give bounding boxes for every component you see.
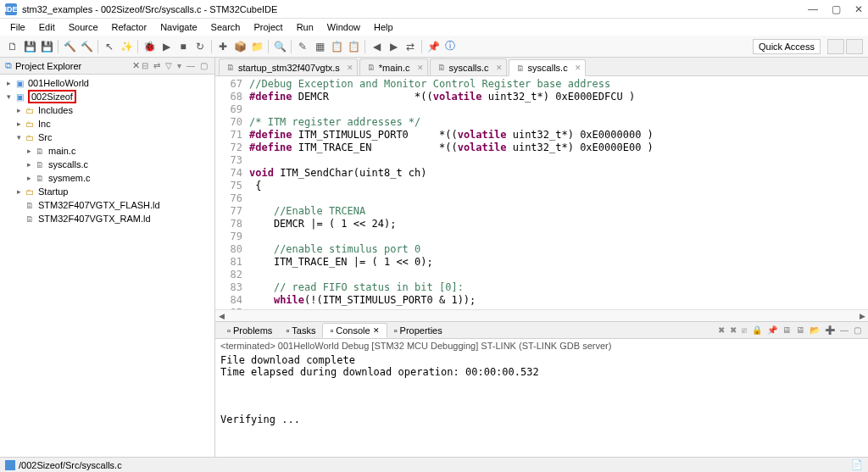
c-perspective-icon[interactable]	[846, 39, 863, 54]
search-icon[interactable]: 🔍	[272, 39, 287, 54]
close-icon[interactable]: ✕	[417, 64, 424, 72]
wand-icon[interactable]: ✨	[119, 39, 134, 54]
menu-refactor[interactable]: Refactor	[105, 20, 154, 34]
tree-toggle-icon[interactable]: ▸	[24, 147, 34, 155]
filter-icon[interactable]: ▽	[164, 61, 174, 70]
tree-item[interactable]: 🗎STM32F407VGTX_RAM.ld	[0, 212, 214, 225]
close-icon[interactable]: ✕	[132, 60, 140, 71]
pin-console-icon[interactable]: 📌	[765, 325, 779, 335]
new-icon[interactable]: 🗋	[5, 39, 20, 54]
save-icon[interactable]: 💾	[22, 39, 37, 54]
collapse-all-icon[interactable]: ⊟	[140, 61, 150, 70]
menu-edit[interactable]: Edit	[32, 20, 62, 34]
info-icon[interactable]: ⓘ	[442, 39, 458, 54]
clear-console-icon[interactable]: ⎚	[740, 325, 748, 335]
tree-toggle-icon[interactable]: ▸	[24, 174, 34, 182]
tree-toggle-icon[interactable]: ▸	[14, 119, 24, 128]
tree-item[interactable]: 🗎STM32F407VGTX_FLASH.ld	[0, 198, 214, 212]
pointer-icon[interactable]: ↖	[102, 39, 117, 54]
code-content[interactable]: //Debug Exception and Monitor Control Re…	[249, 76, 868, 309]
open-console-icon[interactable]: 📂	[808, 325, 821, 335]
scroll-left-icon[interactable]: ◀	[215, 310, 227, 322]
minimize-view-icon[interactable]: —	[185, 61, 197, 70]
maximize-button[interactable]: ▢	[832, 3, 841, 15]
folder-icon[interactable]: 📁	[249, 39, 264, 54]
pin-icon[interactable]: 📌	[426, 39, 441, 54]
close-icon[interactable]: ✕	[575, 64, 581, 72]
menu-icon[interactable]: ▾	[175, 61, 183, 70]
close-icon[interactable]: ✕	[347, 64, 353, 72]
tree-item[interactable]: ▸🗎sysmem.c	[0, 171, 214, 185]
tree-item[interactable]: ▾🗀Src	[0, 130, 214, 144]
menu-navigate[interactable]: Navigate	[153, 20, 203, 34]
close-button[interactable]: ✕	[854, 3, 863, 15]
remove-icon[interactable]: ✖	[728, 325, 738, 335]
minimize-pane-icon[interactable]: —	[838, 325, 850, 335]
tab-label: syscalls.c	[449, 63, 489, 73]
stop-icon[interactable]: ■	[175, 39, 191, 54]
new-console-icon[interactable]: ➕	[823, 325, 837, 335]
menu-run[interactable]: Run	[290, 20, 320, 34]
minimize-button[interactable]: —	[808, 3, 818, 15]
editor-tab[interactable]: 🗎startup_stm32f407vgtx.s✕	[219, 58, 358, 75]
scroll-right-icon[interactable]: ▶	[856, 310, 868, 322]
open-perspective-icon[interactable]	[827, 39, 844, 54]
project-tree[interactable]: ▸▣001HelloWorld▾▣002Sizeof▸🗀Includes▸🗀In…	[0, 75, 214, 457]
box-icon[interactable]: 📦	[232, 39, 248, 54]
menu-source[interactable]: Source	[62, 20, 105, 34]
tree-item[interactable]: ▸🗎main.c	[0, 144, 214, 158]
tree-item[interactable]: ▸🗀Inc	[0, 117, 214, 130]
tree-toggle-icon[interactable]: ▾	[3, 92, 14, 101]
forward-icon[interactable]: ▶	[386, 39, 401, 54]
display-icon[interactable]: 🖥	[781, 325, 793, 335]
nav-icon[interactable]: ⇄	[403, 39, 418, 54]
debug-icon[interactable]: 🐞	[142, 39, 157, 54]
build-icon[interactable]: 🔨	[62, 39, 77, 54]
editor-tab[interactable]: 🗎syscalls.c✕	[430, 58, 507, 75]
maximize-view-icon[interactable]: ▢	[198, 61, 209, 70]
display-sel-icon[interactable]: 🖥	[794, 325, 806, 335]
terminate-icon[interactable]: ✖	[716, 325, 726, 335]
horizontal-scrollbar[interactable]: ◀ ▶	[215, 309, 868, 321]
restart-icon[interactable]: ↻	[192, 39, 208, 54]
close-icon[interactable]: ✕	[496, 64, 503, 72]
scroll-lock-icon[interactable]: 🔒	[750, 325, 764, 335]
bottom-tab-properties[interactable]: ▫Properties	[387, 323, 449, 338]
menu-file[interactable]: File	[3, 20, 32, 34]
new-class-icon[interactable]: ✚	[215, 39, 231, 54]
menu-help[interactable]: Help	[367, 20, 400, 34]
chip-icon[interactable]: ▦	[312, 39, 327, 54]
paste-icon[interactable]: 📋	[346, 39, 361, 54]
save-all-icon[interactable]: 💾	[39, 39, 54, 54]
editor-tab[interactable]: 🗎syscalls.c✕	[509, 59, 586, 76]
code-editor[interactable]: 6768697071727374757677787980818283848586…	[215, 76, 868, 309]
bottom-tab-console[interactable]: ▫Console ✕	[322, 323, 387, 338]
edit-icon[interactable]: ✎	[295, 39, 310, 54]
hammer-icon[interactable]: 🔨	[79, 39, 94, 54]
tree-toggle-icon[interactable]: ▸	[3, 79, 14, 87]
bottom-tab-problems[interactable]: ▫Problems	[220, 323, 279, 338]
tree-item[interactable]: ▾▣002Sizeof	[0, 90, 214, 103]
copy-icon[interactable]: 📋	[329, 39, 344, 54]
tree-toggle-icon[interactable]: ▸	[14, 106, 24, 114]
menu-search[interactable]: Search	[204, 20, 248, 34]
console-body[interactable]: File download complete Time elapsed duri…	[215, 353, 868, 457]
tree-item[interactable]: ▸🗀Includes	[0, 103, 214, 117]
tree-item[interactable]: ▸🗎syscalls.c	[0, 158, 214, 171]
close-icon[interactable]: ✕	[373, 326, 380, 335]
build-status-icon[interactable]: 📄	[851, 459, 863, 470]
tree-item[interactable]: ▸🗀Startup	[0, 185, 214, 198]
bottom-tab-tasks[interactable]: ▫Tasks	[279, 323, 322, 338]
maximize-pane-icon[interactable]: ▢	[852, 325, 863, 335]
back-icon[interactable]: ◀	[369, 39, 384, 54]
tree-toggle-icon[interactable]: ▾	[14, 133, 24, 142]
tree-toggle-icon[interactable]: ▸	[14, 187, 24, 196]
menu-window[interactable]: Window	[320, 20, 367, 34]
editor-tab[interactable]: 🗎*main.c✕	[359, 58, 428, 75]
menu-project[interactable]: Project	[247, 20, 289, 34]
link-editor-icon[interactable]: ⇄	[152, 61, 162, 70]
run-icon[interactable]: ▶	[159, 39, 174, 54]
tree-item[interactable]: ▸▣001HelloWorld	[0, 76, 214, 90]
quick-access[interactable]: Quick Access	[753, 39, 821, 54]
tree-toggle-icon[interactable]: ▸	[24, 160, 34, 169]
